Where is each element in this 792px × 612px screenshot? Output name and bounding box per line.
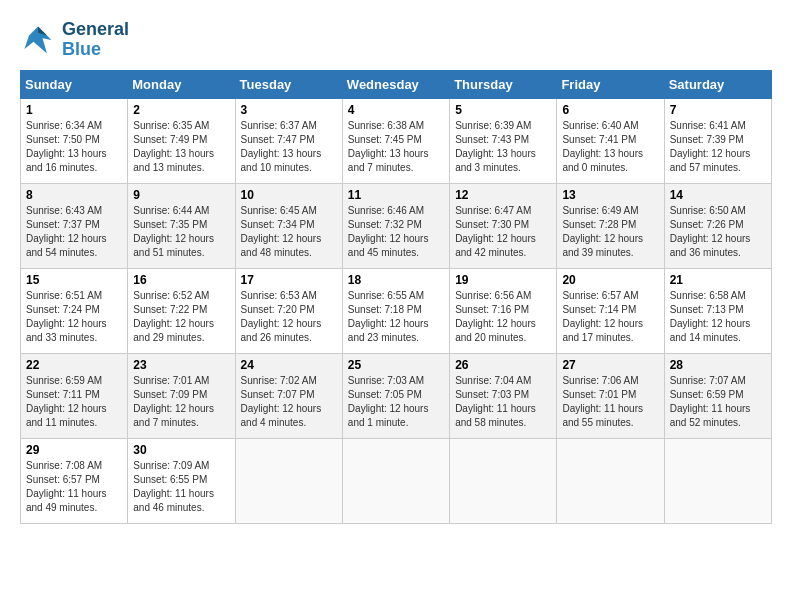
day-number: 6 <box>562 103 658 117</box>
calendar-cell: 12Sunrise: 6:47 AM Sunset: 7:30 PM Dayli… <box>450 183 557 268</box>
logo: General Blue <box>20 20 129 60</box>
day-info: Sunrise: 7:07 AM Sunset: 6:59 PM Dayligh… <box>670 374 766 430</box>
day-number: 16 <box>133 273 229 287</box>
day-info: Sunrise: 6:49 AM Sunset: 7:28 PM Dayligh… <box>562 204 658 260</box>
day-number: 5 <box>455 103 551 117</box>
calendar-cell: 21Sunrise: 6:58 AM Sunset: 7:13 PM Dayli… <box>664 268 771 353</box>
day-info: Sunrise: 6:53 AM Sunset: 7:20 PM Dayligh… <box>241 289 337 345</box>
calendar-cell: 3Sunrise: 6:37 AM Sunset: 7:47 PM Daylig… <box>235 98 342 183</box>
calendar-cell <box>664 438 771 523</box>
day-info: Sunrise: 7:01 AM Sunset: 7:09 PM Dayligh… <box>133 374 229 430</box>
calendar-cell: 29Sunrise: 7:08 AM Sunset: 6:57 PM Dayli… <box>21 438 128 523</box>
calendar-cell: 2Sunrise: 6:35 AM Sunset: 7:49 PM Daylig… <box>128 98 235 183</box>
calendar-cell: 19Sunrise: 6:56 AM Sunset: 7:16 PM Dayli… <box>450 268 557 353</box>
day-number: 7 <box>670 103 766 117</box>
day-number: 24 <box>241 358 337 372</box>
day-info: Sunrise: 6:41 AM Sunset: 7:39 PM Dayligh… <box>670 119 766 175</box>
day-info: Sunrise: 6:56 AM Sunset: 7:16 PM Dayligh… <box>455 289 551 345</box>
calendar-cell: 15Sunrise: 6:51 AM Sunset: 7:24 PM Dayli… <box>21 268 128 353</box>
day-info: Sunrise: 7:02 AM Sunset: 7:07 PM Dayligh… <box>241 374 337 430</box>
calendar-cell: 28Sunrise: 7:07 AM Sunset: 6:59 PM Dayli… <box>664 353 771 438</box>
day-number: 11 <box>348 188 444 202</box>
day-info: Sunrise: 7:04 AM Sunset: 7:03 PM Dayligh… <box>455 374 551 430</box>
day-number: 25 <box>348 358 444 372</box>
day-info: Sunrise: 6:59 AM Sunset: 7:11 PM Dayligh… <box>26 374 122 430</box>
day-info: Sunrise: 7:09 AM Sunset: 6:55 PM Dayligh… <box>133 459 229 515</box>
day-number: 13 <box>562 188 658 202</box>
day-number: 18 <box>348 273 444 287</box>
day-info: Sunrise: 7:08 AM Sunset: 6:57 PM Dayligh… <box>26 459 122 515</box>
day-number: 21 <box>670 273 766 287</box>
logo-text: General Blue <box>62 20 129 60</box>
calendar-cell <box>235 438 342 523</box>
calendar-cell: 8Sunrise: 6:43 AM Sunset: 7:37 PM Daylig… <box>21 183 128 268</box>
calendar-cell: 24Sunrise: 7:02 AM Sunset: 7:07 PM Dayli… <box>235 353 342 438</box>
week-row-5: 29Sunrise: 7:08 AM Sunset: 6:57 PM Dayli… <box>21 438 772 523</box>
day-number: 1 <box>26 103 122 117</box>
day-info: Sunrise: 6:50 AM Sunset: 7:26 PM Dayligh… <box>670 204 766 260</box>
calendar-cell: 20Sunrise: 6:57 AM Sunset: 7:14 PM Dayli… <box>557 268 664 353</box>
calendar-table: SundayMondayTuesdayWednesdayThursdayFrid… <box>20 70 772 524</box>
weekday-header-sunday: Sunday <box>21 70 128 98</box>
day-number: 26 <box>455 358 551 372</box>
calendar-cell: 10Sunrise: 6:45 AM Sunset: 7:34 PM Dayli… <box>235 183 342 268</box>
day-number: 28 <box>670 358 766 372</box>
day-info: Sunrise: 6:55 AM Sunset: 7:18 PM Dayligh… <box>348 289 444 345</box>
calendar-cell: 5Sunrise: 6:39 AM Sunset: 7:43 PM Daylig… <box>450 98 557 183</box>
calendar-cell: 17Sunrise: 6:53 AM Sunset: 7:20 PM Dayli… <box>235 268 342 353</box>
day-number: 27 <box>562 358 658 372</box>
day-info: Sunrise: 6:35 AM Sunset: 7:49 PM Dayligh… <box>133 119 229 175</box>
calendar-cell: 25Sunrise: 7:03 AM Sunset: 7:05 PM Dayli… <box>342 353 449 438</box>
day-number: 15 <box>26 273 122 287</box>
day-info: Sunrise: 6:46 AM Sunset: 7:32 PM Dayligh… <box>348 204 444 260</box>
day-number: 23 <box>133 358 229 372</box>
calendar-cell: 14Sunrise: 6:50 AM Sunset: 7:26 PM Dayli… <box>664 183 771 268</box>
calendar-cell: 9Sunrise: 6:44 AM Sunset: 7:35 PM Daylig… <box>128 183 235 268</box>
logo-icon <box>20 22 56 58</box>
weekday-header-saturday: Saturday <box>664 70 771 98</box>
calendar-cell: 30Sunrise: 7:09 AM Sunset: 6:55 PM Dayli… <box>128 438 235 523</box>
day-info: Sunrise: 6:44 AM Sunset: 7:35 PM Dayligh… <box>133 204 229 260</box>
week-row-4: 22Sunrise: 6:59 AM Sunset: 7:11 PM Dayli… <box>21 353 772 438</box>
calendar-cell: 6Sunrise: 6:40 AM Sunset: 7:41 PM Daylig… <box>557 98 664 183</box>
day-info: Sunrise: 6:52 AM Sunset: 7:22 PM Dayligh… <box>133 289 229 345</box>
day-info: Sunrise: 6:45 AM Sunset: 7:34 PM Dayligh… <box>241 204 337 260</box>
day-number: 29 <box>26 443 122 457</box>
calendar-cell <box>342 438 449 523</box>
calendar-cell: 11Sunrise: 6:46 AM Sunset: 7:32 PM Dayli… <box>342 183 449 268</box>
day-number: 9 <box>133 188 229 202</box>
day-number: 10 <box>241 188 337 202</box>
weekday-header-tuesday: Tuesday <box>235 70 342 98</box>
week-row-3: 15Sunrise: 6:51 AM Sunset: 7:24 PM Dayli… <box>21 268 772 353</box>
day-info: Sunrise: 6:37 AM Sunset: 7:47 PM Dayligh… <box>241 119 337 175</box>
weekday-header-wednesday: Wednesday <box>342 70 449 98</box>
day-number: 22 <box>26 358 122 372</box>
calendar-cell: 18Sunrise: 6:55 AM Sunset: 7:18 PM Dayli… <box>342 268 449 353</box>
day-info: Sunrise: 7:03 AM Sunset: 7:05 PM Dayligh… <box>348 374 444 430</box>
weekday-header-monday: Monday <box>128 70 235 98</box>
calendar-cell <box>450 438 557 523</box>
day-info: Sunrise: 6:57 AM Sunset: 7:14 PM Dayligh… <box>562 289 658 345</box>
day-number: 8 <box>26 188 122 202</box>
weekday-header-friday: Friday <box>557 70 664 98</box>
day-number: 12 <box>455 188 551 202</box>
week-row-1: 1Sunrise: 6:34 AM Sunset: 7:50 PM Daylig… <box>21 98 772 183</box>
day-number: 20 <box>562 273 658 287</box>
calendar-cell <box>557 438 664 523</box>
day-info: Sunrise: 6:43 AM Sunset: 7:37 PM Dayligh… <box>26 204 122 260</box>
day-number: 19 <box>455 273 551 287</box>
weekday-header-thursday: Thursday <box>450 70 557 98</box>
day-info: Sunrise: 6:40 AM Sunset: 7:41 PM Dayligh… <box>562 119 658 175</box>
page-header: General Blue <box>20 20 772 60</box>
day-info: Sunrise: 6:47 AM Sunset: 7:30 PM Dayligh… <box>455 204 551 260</box>
calendar-cell: 7Sunrise: 6:41 AM Sunset: 7:39 PM Daylig… <box>664 98 771 183</box>
calendar-cell: 23Sunrise: 7:01 AM Sunset: 7:09 PM Dayli… <box>128 353 235 438</box>
calendar-cell: 22Sunrise: 6:59 AM Sunset: 7:11 PM Dayli… <box>21 353 128 438</box>
day-info: Sunrise: 6:51 AM Sunset: 7:24 PM Dayligh… <box>26 289 122 345</box>
day-info: Sunrise: 6:34 AM Sunset: 7:50 PM Dayligh… <box>26 119 122 175</box>
weekday-header-row: SundayMondayTuesdayWednesdayThursdayFrid… <box>21 70 772 98</box>
day-info: Sunrise: 6:38 AM Sunset: 7:45 PM Dayligh… <box>348 119 444 175</box>
day-number: 14 <box>670 188 766 202</box>
calendar-cell: 27Sunrise: 7:06 AM Sunset: 7:01 PM Dayli… <box>557 353 664 438</box>
day-number: 17 <box>241 273 337 287</box>
